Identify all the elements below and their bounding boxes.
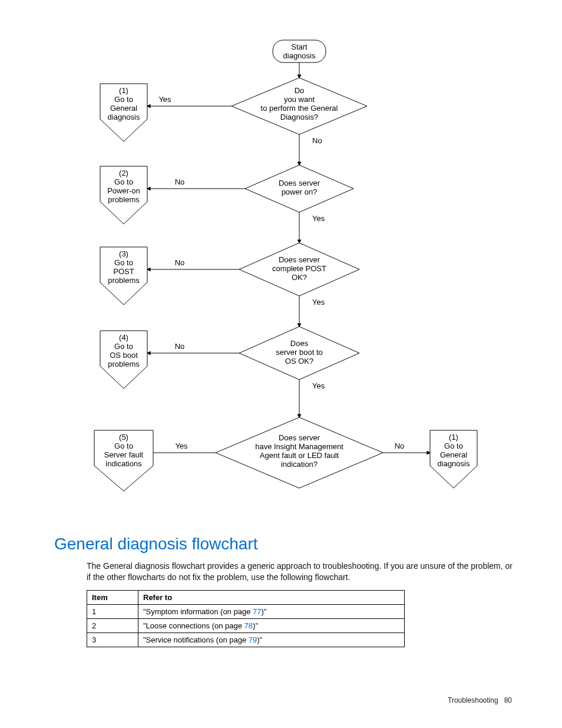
d1-l3: to perform the General bbox=[261, 104, 338, 113]
p4-l1: Go to bbox=[114, 342, 133, 351]
page-link-79[interactable]: 79 bbox=[249, 635, 257, 644]
p5-l2: Server fault bbox=[104, 450, 144, 459]
d4-l2: server boot to bbox=[276, 348, 323, 357]
d1-l4: Diagnosis? bbox=[280, 113, 318, 121]
p4-n: (4) bbox=[119, 333, 128, 342]
p2-l3: problems bbox=[108, 195, 140, 204]
table-row: 3 "Service notifications (on page 79)" bbox=[87, 633, 405, 647]
section-heading: General diagnosis flowchart bbox=[54, 535, 258, 554]
p1b-l1: Go to bbox=[444, 442, 463, 450]
d2-yes: Yes bbox=[312, 214, 325, 223]
d4-l1: Does bbox=[290, 339, 309, 348]
d5-l1: Does server bbox=[279, 433, 320, 442]
p5-l1: Go to bbox=[114, 442, 133, 450]
start-diagnosis-flowchart: Start diagnosis Do you want to perform t… bbox=[35, 24, 536, 536]
page-footer: Troubleshooting 80 bbox=[448, 696, 512, 704]
reference-table: Item Refer to 1 "Symptom information (on… bbox=[87, 590, 405, 647]
p2-l1: Go to bbox=[114, 177, 133, 186]
d2-no: No bbox=[175, 177, 185, 186]
d2-l1: Does server bbox=[279, 179, 320, 187]
p5-l3: indications bbox=[105, 459, 142, 468]
p1-l1: Go to bbox=[114, 95, 133, 104]
p3-n: (3) bbox=[119, 249, 128, 258]
d2-l2: power on? bbox=[282, 187, 318, 196]
table-row: 2 "Loose connections (on page 78)" bbox=[87, 619, 405, 633]
p3-l2: POST bbox=[113, 267, 134, 276]
table-header-row: Item Refer to bbox=[87, 591, 405, 605]
d5-l3: Agent fault or LED fault bbox=[260, 451, 339, 460]
p1-l2: General bbox=[110, 104, 137, 113]
p4-l3: problems bbox=[108, 360, 140, 368]
d3-yes: Yes bbox=[312, 298, 325, 307]
col-refer: Refer to bbox=[138, 591, 405, 605]
footer-page: 80 bbox=[504, 696, 512, 704]
p3-l3: problems bbox=[108, 276, 140, 285]
d1-yes: Yes bbox=[158, 95, 171, 104]
p1-n: (1) bbox=[119, 86, 128, 95]
d3-no: No bbox=[175, 258, 185, 267]
d4-yes: Yes bbox=[312, 381, 325, 390]
p1-l3: diagnosis bbox=[108, 113, 140, 121]
d5-l2: have Insight Management bbox=[255, 442, 343, 451]
d4-no: No bbox=[175, 342, 185, 351]
page-link-78[interactable]: 78 bbox=[244, 621, 253, 630]
p3-l1: Go to bbox=[114, 258, 133, 267]
p1b-n: (1) bbox=[449, 433, 458, 442]
d5-no: No bbox=[395, 442, 405, 450]
d5-yes: Yes bbox=[175, 442, 188, 450]
d3-l1: Does server bbox=[279, 255, 320, 264]
d3-l3: OK? bbox=[292, 273, 307, 282]
footer-section: Troubleshooting bbox=[448, 696, 498, 704]
intro-paragraph: The General diagnosis flowchart provides… bbox=[87, 561, 517, 583]
d1-l2: you want bbox=[284, 95, 315, 104]
page-link-77[interactable]: 77 bbox=[253, 607, 261, 616]
p4-l2: OS boot bbox=[110, 351, 138, 360]
d4-l3: OS OK? bbox=[285, 357, 313, 365]
p2-n: (2) bbox=[119, 169, 128, 177]
start-line2: diagnosis bbox=[283, 51, 316, 60]
d1-no: No bbox=[312, 136, 322, 145]
d1-l1: Do bbox=[295, 86, 305, 95]
d5-l4: indication? bbox=[281, 460, 318, 469]
p1b-l3: diagnosis bbox=[438, 459, 470, 468]
d3-l2: complete POST bbox=[272, 264, 326, 273]
p2-l2: Power-on bbox=[107, 186, 140, 195]
start-line1: Start bbox=[291, 42, 308, 51]
table-row: 1 "Symptom information (on page 77)" bbox=[87, 605, 405, 619]
p1b-l2: General bbox=[440, 450, 467, 459]
p5-n: (5) bbox=[119, 433, 128, 442]
col-item: Item bbox=[87, 591, 138, 605]
